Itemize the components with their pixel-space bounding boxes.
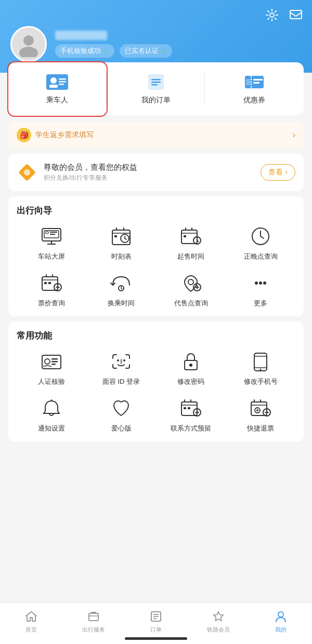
svg-rect-56: [51, 358, 58, 360]
message-icon[interactable]: [288, 7, 304, 23]
timetable-label: 时刻表: [111, 252, 132, 261]
svg-rect-7: [59, 78, 66, 80]
home-indicator: [125, 637, 187, 640]
header-top-icons: [264, 7, 304, 23]
travel-guide-title: 出行向导: [17, 205, 295, 217]
nav-mine[interactable]: 我的: [250, 607, 312, 634]
fare-label: 票价查询: [38, 299, 65, 308]
notifications-label: 通知设置: [38, 424, 65, 433]
quick-action-passenger[interactable]: 乘车人: [7, 61, 108, 117]
passenger-label: 乘车人: [46, 96, 68, 105]
grid-item-sale-time[interactable]: 起售时间: [156, 225, 226, 261]
user-name: [55, 31, 107, 40]
station-screen-icon: [38, 225, 65, 248]
badges-row: 手机核验成功 ✓ 已实名认证 ✓: [55, 44, 172, 58]
orders-icon: [144, 73, 168, 91]
face-id-label: 面容 ID 登录: [102, 377, 140, 386]
svg-rect-25: [46, 232, 48, 234]
settings-icon[interactable]: [264, 7, 280, 23]
svg-point-3: [19, 47, 38, 57]
svg-point-49: [188, 279, 193, 285]
quick-action-coupons[interactable]: 优惠券: [205, 62, 304, 115]
change-phone-icon: [247, 350, 274, 373]
station-screen-label: 车站大屏: [38, 252, 65, 261]
member-view-button[interactable]: 查看 ›: [261, 164, 295, 181]
common-functions-title: 常用功能: [17, 330, 295, 342]
quick-action-orders[interactable]: 我的订单: [107, 62, 205, 115]
svg-rect-6: [49, 85, 58, 88]
grid-item-transfer[interactable]: 换乘时间: [86, 272, 156, 308]
grid-item-change-phone[interactable]: 修改手机号: [226, 350, 295, 386]
nav-orders[interactable]: 订单: [125, 607, 187, 634]
travel-guide-grid: 车站大屏 时刻表: [17, 225, 295, 308]
grid-item-contact-reserve[interactable]: 联系方式预留: [156, 397, 226, 433]
svg-rect-33: [114, 235, 117, 237]
sale-time-label: 起售时间: [177, 252, 204, 261]
common-functions-section: 常用功能 人证核验: [8, 321, 304, 441]
grid-item-timetable[interactable]: 时刻表: [86, 225, 156, 261]
phone-badge: 手机核验成功 ✓: [55, 44, 114, 58]
svg-point-52: [259, 281, 262, 285]
passenger-icon: [45, 73, 70, 91]
care-version-label: 爱心版: [111, 424, 132, 433]
grid-item-fare[interactable]: 票价查询: [17, 272, 86, 308]
svg-rect-26: [50, 232, 57, 233]
svg-point-0: [270, 13, 274, 17]
coupons-label: 优惠券: [243, 96, 265, 105]
travel-nav-icon: [86, 609, 101, 624]
svg-rect-57: [51, 361, 58, 363]
svg-point-63: [189, 364, 192, 367]
profile-row: 手机核验成功 ✓ 已实名认证 ✓: [10, 26, 302, 62]
svg-point-88: [278, 612, 283, 617]
grid-item-care-version[interactable]: 爱心版: [86, 397, 156, 433]
grid-item-id-verify[interactable]: 人证核验: [17, 350, 86, 386]
svg-point-2: [23, 35, 34, 46]
banner-icon: 🎒: [17, 128, 31, 142]
member-nav-icon: [211, 609, 226, 624]
svg-point-20: [24, 169, 30, 176]
notifications-icon: [38, 397, 65, 420]
nav-home[interactable]: 首页: [0, 607, 62, 634]
punctuality-icon: [247, 225, 274, 248]
banner-text: 学生返乡需求填写: [35, 130, 94, 140]
grid-item-punctuality[interactable]: 正晚点查询: [226, 225, 295, 261]
avatar: [10, 26, 47, 62]
grid-item-change-password[interactable]: 修改密码: [156, 350, 226, 386]
grid-item-agent[interactable]: 代售点查询: [156, 272, 226, 308]
grid-item-quick-refund[interactable]: 快捷退票: [226, 397, 295, 433]
travel-nav-label: 出行服务: [82, 626, 105, 634]
grid-item-notifications[interactable]: 通知设置: [17, 397, 86, 433]
orders-nav-icon: [149, 609, 163, 624]
svg-rect-13: [151, 84, 158, 86]
travel-guide-section: 出行向导 车站大屏: [8, 196, 304, 316]
svg-rect-47: [48, 282, 51, 284]
svg-rect-18: [253, 82, 259, 84]
svg-rect-75: [188, 407, 190, 409]
member-diamond-icon: [17, 162, 37, 183]
grid-item-face-id[interactable]: 面容 ID 登录: [86, 350, 156, 386]
svg-rect-17: [253, 79, 263, 81]
grid-item-more[interactable]: 更多: [226, 272, 295, 308]
svg-point-60: [123, 359, 125, 361]
orders-nav-label: 订单: [150, 626, 162, 634]
nav-member[interactable]: 铁路会员: [187, 607, 250, 634]
nav-travel[interactable]: 出行服务: [62, 607, 125, 634]
member-card: 尊敬的会员，查看您的权益 积分兑换/出行专享服务 查看 ›: [8, 154, 304, 191]
transfer-icon: [108, 272, 135, 294]
change-phone-label: 修改手机号: [244, 377, 278, 386]
id-verify-label: 人证核验: [38, 377, 65, 386]
punctuality-label: 正晚点查询: [244, 252, 278, 261]
grid-item-station-screen[interactable]: 车站大屏: [17, 225, 86, 261]
svg-rect-12: [151, 82, 161, 83]
orders-label: 我的订单: [141, 96, 171, 105]
agent-icon: [177, 272, 204, 294]
svg-rect-16: [246, 79, 250, 85]
sale-time-icon: [177, 225, 204, 248]
student-banner[interactable]: 🎒 学生返乡需求填写 ›: [8, 122, 304, 149]
name-badge: 已实名认证 ✓: [120, 44, 172, 58]
coupons-icon: [242, 73, 267, 91]
svg-point-59: [117, 359, 119, 361]
quick-refund-icon: [247, 397, 274, 420]
id-verify-icon: [38, 350, 65, 373]
change-password-icon: [177, 350, 204, 373]
